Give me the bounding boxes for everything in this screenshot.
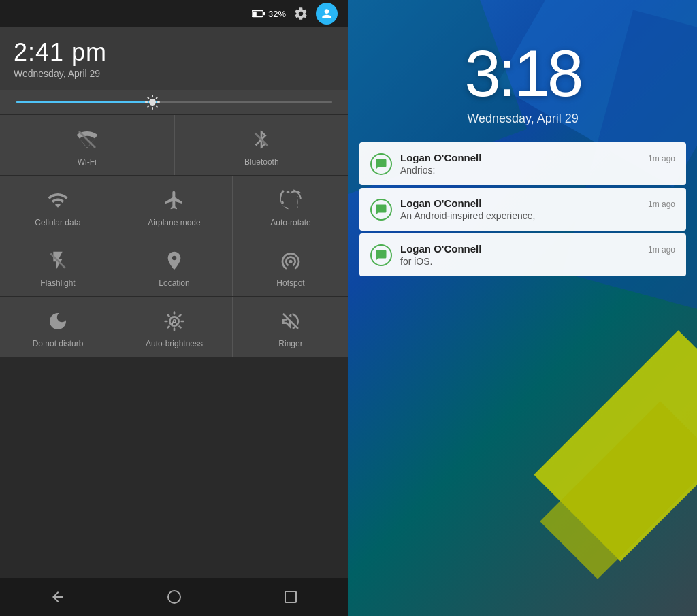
toggles-row1: Wi-Fi Bluetooth: [0, 115, 348, 175]
bluetooth-toggle[interactable]: Bluetooth: [175, 115, 349, 175]
status-bar: 32%: [0, 0, 348, 27]
brightness-fill: [16, 101, 159, 103]
notification-timestamp-1: 1m ago: [648, 154, 675, 163]
donotdisturb-label: Do not disturb: [33, 339, 84, 348]
battery-percent: 32%: [268, 9, 286, 19]
notification-message-1: Andrios:: [400, 165, 675, 176]
user-avatar-icon[interactable]: [316, 3, 338, 25]
moon-icon: [46, 309, 70, 334]
flashlight-label: Flashlight: [40, 278, 75, 288]
lock-screen: 3:18 Wednesday, April 29 Logan O'Connell…: [348, 0, 697, 616]
lockscreen-notifications: Logan O'Connell 1m ago Andrios: Logan O'…: [348, 126, 697, 293]
notification-message-2: An Android-inspired experience,: [400, 210, 675, 221]
cellular-label: Cellular data: [35, 218, 80, 227]
home-button[interactable]: [158, 581, 191, 613]
navigation-bar: [0, 578, 348, 616]
hotspot-toggle[interactable]: Hotspot: [233, 236, 348, 296]
wifi-icon: [75, 127, 99, 152]
wifi-label: Wi-Fi: [78, 157, 97, 167]
notification-timestamp-3: 1m ago: [648, 245, 675, 255]
notification-body-2: Logan O'Connell 1m ago An Android-inspir…: [400, 197, 675, 221]
notification-shade: 32% 2:41 pm Wednesday, April 29: [0, 0, 348, 616]
lockscreen-content: 3:18 Wednesday, April 29 Logan O'Connell…: [348, 0, 697, 293]
toggles-row3: Flashlight Location Hotspot: [0, 236, 348, 296]
cellular-toggle[interactable]: Cellular data: [0, 176, 116, 236]
brightness-thumb: [143, 93, 162, 112]
recents-button[interactable]: [274, 581, 307, 613]
battery-indicator: 32%: [252, 9, 286, 19]
notification-item-1[interactable]: Logan O'Connell 1m ago Andrios:: [359, 142, 686, 185]
wifi-toggle[interactable]: Wi-Fi: [0, 115, 174, 175]
brightness-slider[interactable]: [16, 101, 332, 103]
notification-sender-1: Logan O'Connell: [400, 152, 481, 163]
ringer-icon: [278, 309, 303, 334]
hotspot-icon: [278, 248, 303, 273]
donotdisturb-toggle[interactable]: Do not disturb: [0, 297, 116, 357]
autobrightness-icon: A: [162, 309, 187, 334]
notification-header-2: Logan O'Connell 1m ago: [400, 197, 675, 209]
current-time: 2:41 pm: [14, 38, 335, 67]
svg-rect-2: [253, 12, 256, 16]
notification-sender-2: Logan O'Connell: [400, 197, 481, 209]
back-button[interactable]: [42, 581, 74, 613]
notification-app-icon-1: [370, 153, 392, 175]
lockscreen-time: 3:18: [465, 41, 581, 106]
ringer-toggle[interactable]: Ringer: [233, 297, 348, 357]
current-date: Wednesday, April 29: [14, 68, 335, 79]
airplane-label: Airplane mode: [148, 218, 200, 227]
brightness-slider-section: [0, 90, 348, 114]
ringer-label: Ringer: [278, 339, 302, 348]
location-icon: [162, 248, 187, 273]
notification-body-3: Logan O'Connell 1m ago for iOS.: [400, 243, 675, 267]
notification-item-3[interactable]: Logan O'Connell 1m ago for iOS.: [359, 233, 686, 276]
settings-icon[interactable]: [291, 4, 310, 23]
status-bar-icons: 32%: [252, 3, 338, 25]
notification-item-2[interactable]: Logan O'Connell 1m ago An Android-inspir…: [359, 188, 686, 231]
autobrightness-toggle[interactable]: A Auto-brightness: [116, 297, 232, 357]
lockscreen-date: Wednesday, April 29: [467, 112, 578, 126]
svg-point-8: [168, 591, 180, 603]
notification-app-icon-3: [370, 244, 392, 266]
airplane-toggle[interactable]: Airplane mode: [116, 176, 232, 236]
autorotate-toggle[interactable]: Auto-rotate: [233, 176, 348, 236]
notification-body-1: Logan O'Connell 1m ago Andrios:: [400, 152, 675, 176]
bluetooth-icon: [249, 127, 274, 152]
svg-rect-9: [285, 591, 296, 602]
airplane-icon: [162, 188, 187, 212]
notification-sender-3: Logan O'Connell: [400, 243, 481, 255]
svg-text:A: A: [172, 317, 178, 327]
autobrightness-label: Auto-brightness: [146, 339, 203, 348]
autorotate-icon: [278, 188, 303, 212]
autorotate-label: Auto-rotate: [270, 218, 310, 227]
toggles-row2: Cellular data Airplane mode Auto-rotate: [0, 176, 348, 236]
hotspot-label: Hotspot: [276, 278, 304, 288]
notification-header-3: Logan O'Connell 1m ago: [400, 243, 675, 255]
notification-header-1: Logan O'Connell 1m ago: [400, 152, 675, 163]
notification-app-icon-2: [370, 199, 392, 221]
notification-timestamp-2: 1m ago: [648, 199, 675, 209]
flashlight-toggle[interactable]: Flashlight: [0, 236, 116, 296]
toggles-row4: Do not disturb A Auto-brightness Ringer: [0, 297, 348, 357]
location-label: Location: [159, 278, 189, 288]
time-section: 2:41 pm Wednesday, April 29: [0, 27, 348, 90]
cellular-icon: [46, 188, 70, 212]
svg-rect-1: [263, 12, 265, 16]
notification-message-3: for iOS.: [400, 256, 675, 267]
flashlight-icon: [46, 248, 70, 273]
bluetooth-label: Bluetooth: [244, 157, 279, 167]
location-toggle[interactable]: Location: [116, 236, 232, 296]
